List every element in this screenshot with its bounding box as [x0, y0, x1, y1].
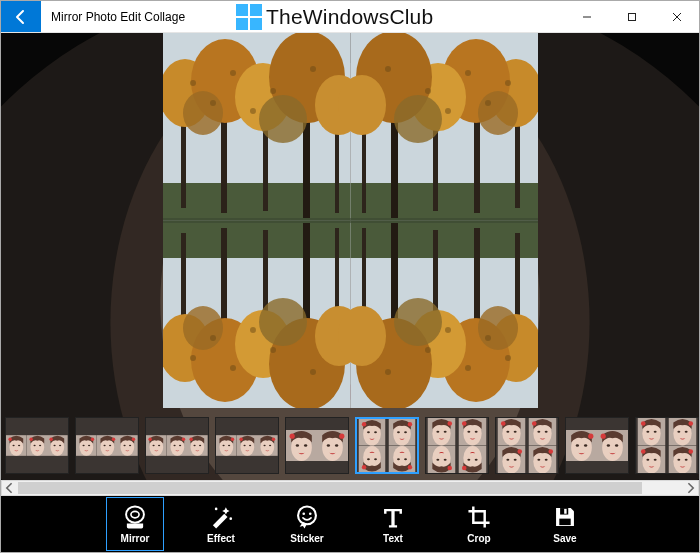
tool-crop[interactable]: Crop — [450, 497, 508, 551]
tool-mirror-label: Mirror — [121, 533, 150, 544]
preview-canvas[interactable] — [163, 33, 538, 408]
svg-point-41 — [302, 512, 305, 515]
sticker-icon — [294, 504, 320, 530]
thumb-layout-3[interactable] — [215, 417, 279, 474]
maximize-icon — [627, 12, 637, 22]
back-button[interactable] — [1, 1, 41, 32]
svg-rect-44 — [564, 509, 566, 514]
thumbnail-scrollbar[interactable] — [1, 480, 699, 496]
scrollbar-thumb[interactable] — [18, 482, 642, 494]
thumb-layout-8[interactable] — [565, 417, 629, 474]
tool-text[interactable]: Text — [364, 497, 422, 551]
effect-icon — [208, 504, 234, 530]
save-icon — [552, 504, 578, 530]
svg-point-39 — [229, 517, 232, 520]
mirror-layout-thumbnails — [1, 413, 699, 478]
svg-rect-35 — [163, 218, 538, 223]
chevron-right-icon — [682, 480, 698, 496]
minimize-button[interactable] — [564, 1, 609, 32]
arrow-left-icon — [13, 9, 29, 25]
svg-rect-6 — [628, 13, 635, 20]
thumb-layout-1[interactable] — [75, 417, 139, 474]
tool-sticker[interactable]: Sticker — [278, 497, 336, 551]
thumb-layout-0[interactable] — [5, 417, 69, 474]
watermark: TheWindowsClub — [236, 1, 433, 33]
svg-rect-45 — [559, 519, 570, 526]
minimize-icon — [582, 12, 592, 22]
svg-point-37 — [131, 511, 139, 518]
svg-point-36 — [126, 506, 144, 522]
close-icon — [672, 12, 682, 22]
thumb-layout-7[interactable] — [495, 417, 559, 474]
tool-effect[interactable]: Effect — [192, 497, 250, 551]
editor-content: Mirror Effect Sticker — [1, 33, 699, 552]
watermark-text: TheWindowsClub — [266, 5, 433, 29]
maximize-button[interactable] — [609, 1, 654, 32]
scroll-left-button[interactable] — [2, 481, 18, 495]
app-title: Mirror Photo Edit Collage — [41, 1, 195, 32]
titlebar: Mirror Photo Edit Collage TheWindowsClub — [1, 1, 699, 33]
tool-effect-label: Effect — [207, 533, 235, 544]
thumb-layout-2[interactable] — [145, 417, 209, 474]
scroll-right-button[interactable] — [682, 481, 698, 495]
thumb-layout-5[interactable] — [355, 417, 419, 474]
svg-point-40 — [298, 506, 316, 524]
crop-icon — [466, 504, 492, 530]
tool-text-label: Text — [383, 533, 403, 544]
chevron-left-icon — [2, 480, 18, 496]
tool-mirror[interactable]: Mirror — [106, 497, 164, 551]
watermark-logo-icon — [236, 4, 262, 30]
text-icon — [380, 504, 406, 530]
window-controls — [564, 1, 699, 32]
thumb-layout-6[interactable] — [425, 417, 489, 474]
thumb-layout-9[interactable] — [635, 417, 699, 474]
svg-point-38 — [215, 508, 218, 511]
close-button[interactable] — [654, 1, 699, 32]
tool-save[interactable]: Save — [536, 497, 594, 551]
tool-crop-label: Crop — [467, 533, 490, 544]
bottom-toolbar: Mirror Effect Sticker — [1, 496, 699, 552]
svg-point-42 — [309, 512, 312, 515]
app-window: Mirror Photo Edit Collage TheWindowsClub — [0, 0, 700, 553]
mirror-icon — [122, 504, 148, 530]
tool-save-label: Save — [553, 533, 576, 544]
tool-sticker-label: Sticker — [290, 533, 323, 544]
thumb-layout-4[interactable] — [285, 417, 349, 474]
scrollbar-track[interactable] — [18, 481, 682, 495]
